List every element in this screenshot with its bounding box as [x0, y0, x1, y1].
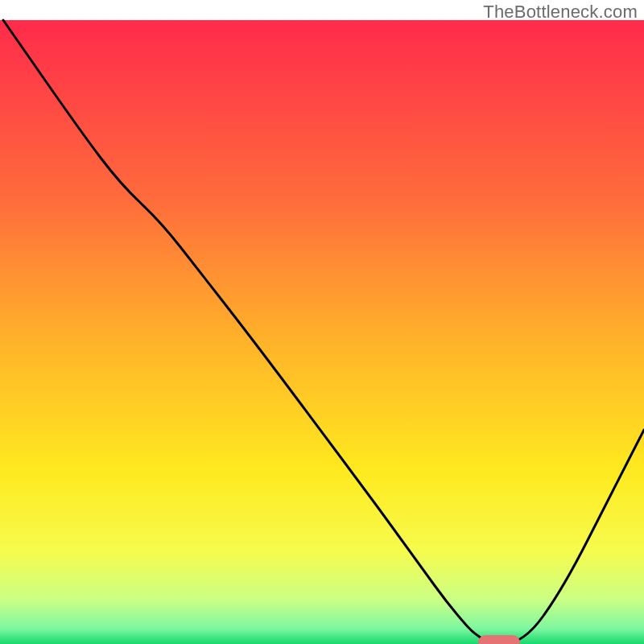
optimum-marker: [478, 635, 520, 644]
chart-svg: [0, 0, 644, 644]
chart-background: [0, 20, 644, 644]
watermark-text: TheBottleneck.com: [483, 2, 638, 23]
bottleneck-chart: TheBottleneck.com: [0, 0, 644, 644]
